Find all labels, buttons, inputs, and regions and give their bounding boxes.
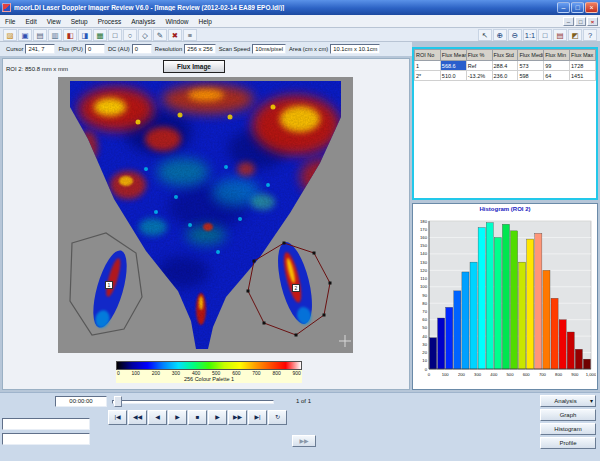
step-buttons[interactable]: ▶▶ [292, 435, 316, 447]
report-icon[interactable]: ≡ [183, 29, 197, 41]
menu-item-process[interactable]: Process [93, 17, 126, 26]
stop-button[interactable]: ■ [188, 410, 207, 425]
roi-table-cell[interactable]: Ref [466, 61, 492, 71]
first-frame-button[interactable]: |◀ [108, 410, 127, 425]
step-back-button[interactable]: ◀ [148, 410, 167, 425]
roi-table-row: 1568.6Ref288.4573991728 [415, 61, 596, 71]
fast-forward-button[interactable]: ▶▶ [228, 410, 247, 425]
roi-ellipse-icon[interactable]: ○ [123, 29, 137, 41]
roi-table-cell[interactable]: 1 [415, 61, 441, 71]
annotation-field-2[interactable] [2, 433, 90, 445]
roi-table-cell[interactable]: 2* [415, 71, 441, 81]
roi-table-cell[interactable]: 1728 [570, 61, 596, 71]
histogram-ytick-label: 120 [420, 268, 428, 273]
maximize-button[interactable]: □ [571, 2, 584, 13]
time-field[interactable]: 00:00:00 [55, 396, 107, 407]
roi-table-cell[interactable]: 573 [518, 61, 544, 71]
mdi-minimize-button[interactable]: – [563, 17, 574, 26]
last-frame-button[interactable]: ▶| [248, 410, 267, 425]
print-icon[interactable]: ▤ [33, 29, 47, 41]
menu-item-setup[interactable]: Setup [66, 17, 93, 26]
menu-item-view[interactable]: View [42, 17, 66, 26]
open-file-icon[interactable]: ▨ [3, 29, 17, 41]
graph-button[interactable]: Graph [540, 409, 596, 421]
menu-item-edit[interactable]: Edit [20, 17, 41, 26]
zoom-out-icon[interactable]: ⊖ [508, 29, 522, 41]
pointer-icon[interactable]: ↖ [478, 29, 492, 41]
histogram-xtick-label: 400 [490, 372, 498, 377]
slider-handle[interactable] [114, 396, 122, 407]
mdi-restore-button[interactable]: □ [575, 17, 586, 26]
histogram-ytick-label: 170 [420, 227, 428, 232]
slider-groove[interactable] [112, 400, 274, 404]
profile-button[interactable]: Profile [540, 437, 596, 449]
roi-freehand-icon[interactable]: ✎ [153, 29, 167, 41]
flux-image-icon[interactable]: ◧ [63, 29, 77, 41]
annotation-field-1[interactable] [2, 418, 90, 430]
roi-table-cell[interactable]: 510.0 [440, 71, 466, 81]
flux-image[interactable] [58, 77, 353, 353]
menu-item-analysis[interactable]: Analysis [126, 17, 160, 26]
mdi-close-button[interactable]: × [587, 17, 598, 26]
print-image-icon[interactable]: ▤ [553, 29, 567, 41]
roi-table-cell[interactable]: 99 [544, 61, 570, 71]
dc-image-icon[interactable]: ◨ [78, 29, 92, 41]
photo-image-icon[interactable]: ▦ [93, 29, 107, 41]
zoom-fit-icon[interactable]: □ [538, 29, 552, 41]
frame-slider[interactable] [112, 396, 274, 407]
histogram-ytick-label: 0 [425, 367, 428, 372]
histogram-bar [438, 318, 445, 369]
histogram-bar [535, 233, 542, 369]
roi-table-cell[interactable]: 1451 [570, 71, 596, 81]
zoom-actual-icon[interactable]: 1:1 [523, 29, 537, 41]
histogram-xtick-label: 100 [442, 372, 450, 377]
roi-rectangle-icon[interactable]: □ [108, 29, 122, 41]
help-icon[interactable]: ? [583, 29, 597, 41]
flux-value-field[interactable]: 0 [85, 44, 105, 54]
close-button[interactable]: × [585, 2, 598, 13]
menu-item-window[interactable]: Window [160, 17, 193, 26]
save-icon[interactable]: ▣ [18, 29, 32, 41]
roi-column-header: Flux Media [518, 50, 544, 61]
fast-rewind-button[interactable]: ◀◀ [128, 410, 147, 425]
histogram-ytick-label: 80 [422, 301, 427, 306]
roi-1-tag[interactable]: 1 [105, 281, 113, 289]
cursor-value-field[interactable]: 241, 7 [25, 44, 55, 54]
delete-roi-icon[interactable]: ✖ [168, 29, 182, 41]
roi-table-cell[interactable]: 288.4 [492, 61, 518, 71]
dc-value-field[interactable]: 0 [132, 44, 152, 54]
analysis-button[interactable]: ▾ Analysis [540, 395, 596, 407]
window-title: moorLDI Laser Doppler Imager Review V6.0… [14, 4, 556, 11]
step-forward-button[interactable]: ▶ [208, 410, 227, 425]
zoom-in-icon[interactable]: ⊕ [493, 29, 507, 41]
roi-table-cell[interactable]: 236.0 [492, 71, 518, 81]
flux-image-button[interactable]: Flux Image [163, 60, 225, 73]
histogram-ytick-label: 160 [420, 235, 428, 240]
roi-column-header: Flux Max [570, 50, 596, 61]
copy-icon[interactable]: ▥ [48, 29, 62, 41]
histogram-bar [543, 270, 550, 369]
roi-table-cell[interactable]: 64 [544, 71, 570, 81]
histogram-button[interactable]: Histogram [540, 423, 596, 435]
roi-table-cell[interactable]: 598 [518, 71, 544, 81]
histogram-ytick-label: 150 [420, 243, 428, 248]
roi-polygon-icon[interactable]: ◇ [138, 29, 152, 41]
menu-item-file[interactable]: File [0, 17, 20, 26]
palette-tick-label: 300 [172, 370, 180, 376]
histogram-xtick-label: 200 [458, 372, 466, 377]
minimize-button[interactable]: – [557, 2, 570, 13]
histogram-ytick-label: 70 [422, 309, 427, 314]
play-button[interactable]: ▶ [168, 410, 187, 425]
menu-item-help[interactable]: Help [194, 17, 217, 26]
histogram-ytick-label: 130 [420, 260, 428, 265]
media-buttons: |◀◀◀◀▶■▶▶▶▶|↻ [108, 410, 287, 425]
loop-button[interactable]: ↻ [268, 410, 287, 425]
roi-status-text: ROI 2: 850.8 mm x mm [6, 66, 68, 72]
roi-2-tag[interactable]: 2 [292, 284, 300, 292]
roi-table-cell[interactable]: -13.2% [466, 71, 492, 81]
roi-column-header: ROI No [415, 50, 441, 61]
palette-tick-label: 800 [272, 370, 280, 376]
palette-icon[interactable]: ◩ [568, 29, 582, 41]
histogram-bar [486, 223, 493, 369]
roi-table-cell[interactable]: 568.6 [440, 61, 466, 71]
